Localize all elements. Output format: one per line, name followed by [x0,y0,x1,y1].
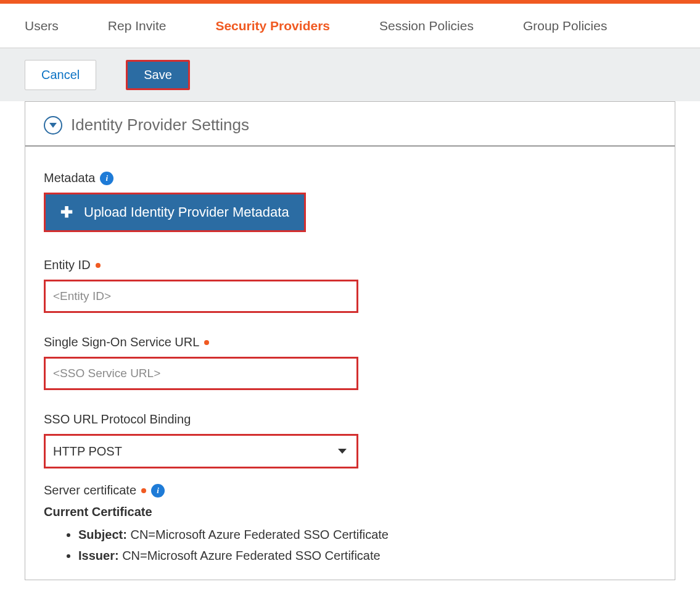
tab-rep-invite[interactable]: Rep Invite [108,19,167,33]
sso-url-label-text: Single Sign-On Service URL [44,335,199,349]
protocol-binding-label-text: SSO URL Protocol Binding [44,412,191,427]
required-indicator [96,263,101,268]
protocol-binding-select[interactable]: HTTP POST [44,434,358,468]
panel-body: Metadata i ✚ Upload Identity Provider Me… [25,146,675,580]
protocol-binding-selected: HTTP POST [53,444,122,459]
tab-session-policies[interactable]: Session Policies [379,19,474,33]
tab-users[interactable]: Users [25,19,59,33]
certificate-issuer-value: CN=Microsoft Azure Federated SSO Certifi… [122,549,381,562]
plus-icon: ✚ [60,205,73,220]
settings-panel: Identity Provider Settings Metadata i ✚ … [25,101,675,580]
sso-url-input[interactable] [44,357,358,390]
metadata-label: Metadata i [44,171,656,185]
chevron-down-icon [338,449,347,454]
save-button[interactable]: Save [126,60,190,90]
certificate-subject-key: Subject: [78,528,127,541]
action-bar: Cancel Save [0,48,700,101]
server-certificate-label: Server certificate i [44,483,656,497]
panel-header: Identity Provider Settings [25,101,675,146]
server-certificate-label-text: Server certificate [44,483,136,497]
entity-id-input[interactable] [44,280,358,313]
info-icon[interactable]: i [151,484,165,497]
panel-title: Identity Provider Settings [71,115,249,135]
collapse-toggle[interactable] [44,116,62,135]
upload-metadata-label: Upload Identity Provider Metadata [84,204,289,220]
chevron-down-icon [49,123,57,128]
upload-metadata-button[interactable]: ✚ Upload Identity Provider Metadata [44,193,306,232]
cancel-button[interactable]: Cancel [25,60,96,90]
info-icon[interactable]: i [100,172,113,185]
tab-security-providers[interactable]: Security Providers [215,19,330,33]
tab-bar: Users Rep Invite Security Providers Sess… [0,4,700,48]
required-indicator [141,488,146,493]
metadata-label-text: Metadata [44,171,95,185]
protocol-binding-label: SSO URL Protocol Binding [44,412,656,427]
certificate-issuer-row: Issuer: CN=Microsoft Azure Federated SSO… [78,546,389,565]
certificate-issuer-key: Issuer: [78,549,119,562]
entity-id-label: Entity ID [44,258,656,272]
tab-group-policies[interactable]: Group Policies [523,19,607,33]
certificate-subject-row: Subject: CN=Microsoft Azure Federated SS… [78,525,389,544]
sso-url-label: Single Sign-On Service URL [44,335,656,349]
current-certificate-title: Current Certificate [44,505,656,519]
entity-id-label-text: Entity ID [44,258,91,272]
certificate-details-list: Subject: CN=Microsoft Azure Federated SS… [44,525,389,565]
certificate-subject-value: CN=Microsoft Azure Federated SSO Certifi… [130,528,389,541]
required-indicator [204,340,209,345]
